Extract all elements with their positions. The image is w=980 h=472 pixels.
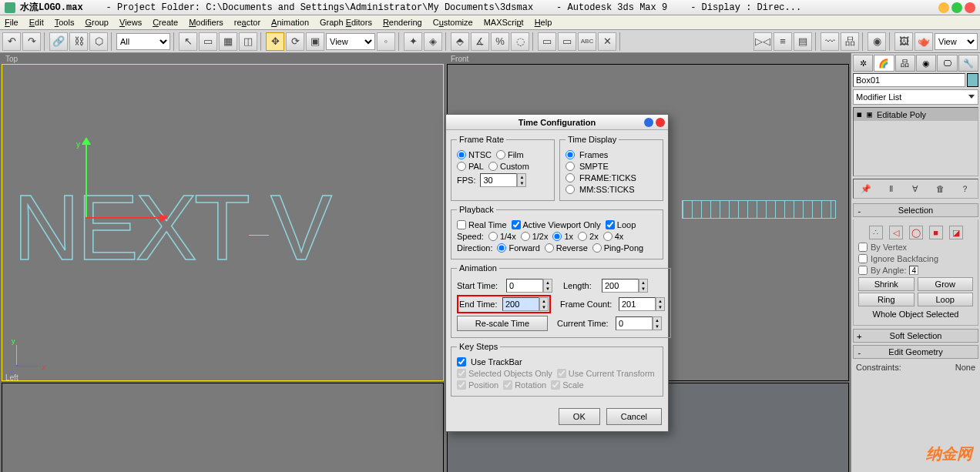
rollout-editgeom-header[interactable]: -Edit Geometry — [853, 345, 978, 359]
menu-customize[interactable]: Customize — [433, 18, 473, 27]
menu-grapheditors[interactable]: Graph Editors — [320, 18, 372, 27]
asnap-icon[interactable]: ∡ — [471, 32, 489, 51]
select-region-icon[interactable]: ▦ — [219, 32, 237, 51]
currenttime-spinner[interactable]: ▲▼ — [653, 316, 662, 330]
by-angle-check[interactable] — [858, 266, 868, 275]
menu-views[interactable]: Views — [119, 18, 142, 27]
object-name-input[interactable] — [853, 73, 965, 87]
mirror-icon[interactable]: ▷◁ — [753, 32, 772, 51]
move-icon[interactable]: ✥ — [266, 32, 284, 51]
fps-input[interactable] — [480, 173, 517, 187]
select-name-icon[interactable]: ▭ — [199, 32, 217, 51]
dialog-close-icon[interactable] — [656, 118, 665, 127]
frameticks-radio[interactable]: FRAME:TICKS — [566, 173, 657, 182]
film-radio[interactable]: Film — [496, 150, 524, 159]
speed-14-radio[interactable]: 1/4x — [488, 232, 516, 241]
loop-check[interactable]: Loop — [606, 220, 636, 229]
layer-icon[interactable]: ▤ — [794, 32, 812, 51]
tab-modify[interactable]: 🌈 — [874, 55, 894, 72]
menu-maxscript[interactable]: MAXScript — [484, 18, 524, 27]
modifier-stack[interactable]: ◼ ▣Editable Poly — [853, 107, 978, 176]
psnap-icon[interactable]: % — [491, 32, 509, 51]
scale-icon[interactable]: ▣ — [306, 32, 324, 51]
snap-icon[interactable]: ⬘ — [451, 32, 469, 51]
endtime-spinner[interactable]: ▲▼ — [539, 297, 549, 311]
by-vertex-check[interactable]: By Vertex — [858, 243, 973, 252]
reverse-radio[interactable]: Reverse — [545, 243, 588, 253]
custom-radio[interactable]: Custom — [488, 162, 529, 171]
ok-button[interactable]: OK — [559, 408, 600, 425]
curve-ed-icon[interactable]: 〰 — [821, 32, 839, 51]
smpte-radio[interactable]: SMPTE — [566, 162, 657, 171]
menu-edit[interactable]: Edit — [29, 18, 44, 27]
modifier-list-select[interactable]: Modifier List — [853, 89, 978, 105]
tab-display[interactable]: 🖵 — [937, 55, 957, 72]
rollout-selection-header[interactable]: -Selection — [853, 203, 978, 217]
object-color-swatch[interactable] — [967, 73, 978, 87]
subobj-vertex-icon[interactable]: ∴ — [869, 226, 883, 239]
dialog-titlebar[interactable]: Time Configuration — [446, 115, 668, 130]
redo-icon[interactable]: ↷ — [22, 32, 41, 51]
refcoord-select[interactable]: View — [326, 33, 375, 50]
ntsc-radio[interactable]: NTSC — [457, 150, 492, 159]
remove-mod-icon[interactable]: 🗑 — [934, 182, 948, 196]
rotate-icon[interactable]: ⟳ — [286, 32, 304, 51]
loop-button[interactable]: Loop — [918, 293, 974, 306]
undo-icon[interactable]: ↶ — [2, 32, 21, 51]
use-trackbar-check[interactable]: Use TrackBar — [457, 357, 657, 367]
realtime-check[interactable]: Real Time — [457, 220, 507, 229]
menu-reactor[interactable]: reactor — [234, 18, 260, 27]
viewport-top[interactable]: Top NEXTV y x yxz — [2, 64, 444, 381]
menu-rendering[interactable]: Rendering — [383, 18, 422, 27]
manip-icon[interactable]: ✦ — [404, 32, 422, 51]
menu-help[interactable]: Help — [535, 18, 552, 27]
nsel-icon[interactable]: ▭ — [538, 32, 556, 51]
unlink-icon[interactable]: ⛓ — [69, 32, 88, 51]
show-end-result-icon[interactable]: Ⅱ — [884, 182, 898, 196]
spinsnap-icon[interactable]: ◌ — [511, 32, 529, 51]
x-icon[interactable]: ✕ — [598, 32, 616, 51]
menu-create[interactable]: Create — [153, 18, 178, 27]
dialog-help-icon[interactable] — [644, 118, 653, 127]
length-spinner[interactable]: ▲▼ — [639, 279, 648, 293]
viewport-left[interactable]: Left — [2, 383, 444, 472]
subobj-border-icon[interactable]: ◯ — [909, 226, 923, 239]
material-icon[interactable]: ◉ — [868, 32, 886, 51]
menu-modifiers[interactable]: Modifiers — [189, 18, 223, 27]
window-crossing-icon[interactable]: ◫ — [239, 32, 257, 51]
fps-spinner[interactable]: ▲▼ — [517, 173, 526, 187]
maximize-icon[interactable] — [951, 2, 962, 13]
pingpong-radio[interactable]: Ping-Pong — [592, 243, 643, 253]
cancel-button[interactable]: Cancel — [606, 408, 662, 425]
ring-button[interactable]: Ring — [858, 293, 915, 306]
tab-create[interactable]: ✲ — [853, 55, 873, 72]
link-icon[interactable]: 🔗 — [49, 32, 68, 51]
menu-tools[interactable]: Tools — [55, 18, 75, 27]
menu-animation[interactable]: Animation — [271, 18, 309, 27]
keymode-icon[interactable]: ◈ — [424, 32, 442, 51]
tab-utilities[interactable]: 🔧 — [958, 55, 978, 72]
mmssticks-radio[interactable]: MM:SS:TICKS — [566, 185, 657, 194]
subobj-poly-icon[interactable]: ■ — [929, 226, 943, 239]
starttime-spinner[interactable]: ▲▼ — [543, 279, 552, 293]
select-icon[interactable]: ↖ — [179, 32, 197, 51]
close-icon[interactable] — [965, 2, 975, 13]
transform-gizmo[interactable]: y x — [70, 142, 193, 280]
align-icon[interactable]: ≡ — [774, 32, 792, 51]
tab-hierarchy[interactable]: 品 — [895, 55, 915, 72]
shrink-button[interactable]: Shrink — [858, 277, 915, 291]
pin-stack-icon[interactable]: 📌 — [859, 182, 873, 196]
length-input[interactable] — [602, 279, 639, 293]
speed-2-radio[interactable]: 2x — [578, 232, 599, 241]
by-angle-input[interactable] — [909, 266, 918, 275]
endtime-input[interactable] — [502, 297, 539, 311]
abc-icon[interactable]: ABC — [578, 32, 596, 51]
subobj-edge-icon[interactable]: ◁ — [889, 226, 903, 239]
pivot-icon[interactable]: ◦ — [377, 32, 395, 51]
rollout-softsel-header[interactable]: +Soft Selection — [853, 329, 978, 343]
framecount-spinner[interactable]: ▲▼ — [656, 297, 665, 311]
render-scene-icon[interactable]: 🖼 — [894, 32, 913, 51]
make-unique-icon[interactable]: ∀ — [908, 182, 922, 196]
grow-button[interactable]: Grow — [918, 277, 974, 291]
stack-item-editable-poly[interactable]: ◼ ▣Editable Poly — [854, 108, 978, 121]
